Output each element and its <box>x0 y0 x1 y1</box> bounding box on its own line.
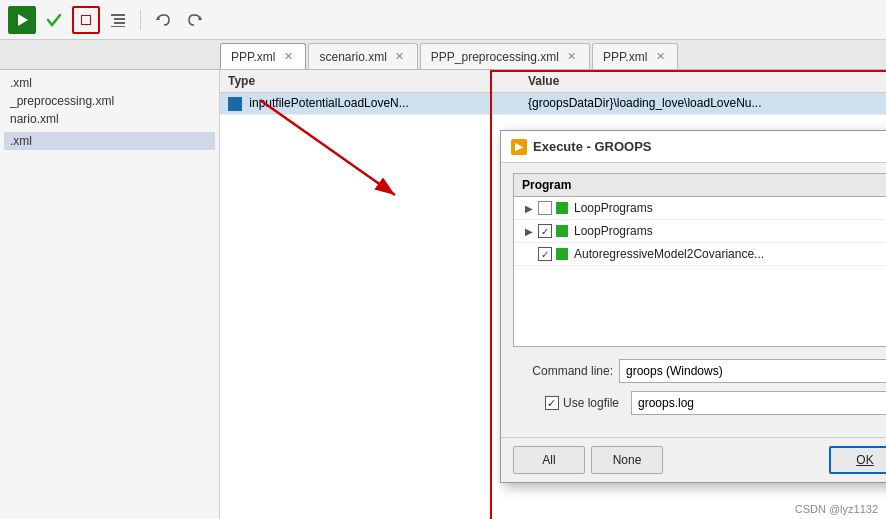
toolbar <box>0 0 886 40</box>
svg-marker-0 <box>18 14 28 26</box>
stop-button[interactable] <box>72 6 100 34</box>
logfile-checkbox-wrapper: ✓ Use logfile <box>513 396 619 410</box>
cmdline-row: Command line: groops (Windows) ▾ ⚙ <box>513 359 886 383</box>
dialog-content: Program Comment ▶ □ LoopPrograms Preproc… <box>501 163 886 437</box>
tab-close-ppp2[interactable]: ✕ <box>653 50 667 64</box>
cmdline-label: Command line: <box>513 364 613 378</box>
logfile-checkbox[interactable]: ✓ <box>545 396 559 410</box>
indent-button[interactable] <box>104 6 132 34</box>
ok-label: OK <box>856 453 873 467</box>
programs-empty-area <box>514 266 886 346</box>
tab-ppp-pre[interactable]: PPP_preprocessing.xml ✕ <box>420 43 590 69</box>
tab-close-ppp1[interactable]: ✕ <box>281 50 295 64</box>
prog-col-name-header: Program <box>522 178 886 192</box>
tab-ppp2[interactable]: PPP.xml ✕ <box>592 43 678 69</box>
logfile-input[interactable] <box>631 391 886 415</box>
sidebar-item-0[interactable]: .xml <box>4 74 215 92</box>
table-header: Type Value <box>220 70 886 93</box>
sidebar-item-1[interactable]: _preprocessing.xml <box>4 92 215 110</box>
none-button[interactable]: None <box>591 446 663 474</box>
check-button[interactable] <box>40 6 68 34</box>
all-label: All <box>542 453 555 467</box>
cmdline-select-wrapper: groops (Windows) ▾ <box>619 359 886 383</box>
prog-name-1: LoopPrograms <box>574 224 886 238</box>
col-type-header: Type <box>228 74 528 88</box>
checkbox-0[interactable]: □ <box>538 201 552 215</box>
expand-icon-0[interactable]: ▶ <box>522 201 536 215</box>
prog-name-2: AutoregressiveModel2Covariance... <box>574 247 886 261</box>
sidebar-item-2[interactable]: nario.xml <box>4 110 215 128</box>
prog-green-sq-1 <box>556 225 568 237</box>
logfile-label: Use logfile <box>563 396 619 410</box>
dialog-title-icon: ▶ <box>511 139 527 155</box>
execute-dialog: ▶ Execute - GROOPS ? ✕ Program Comment <box>500 130 886 483</box>
tab-label: scenario.xml <box>319 50 386 64</box>
sidebar: .xml _preprocessing.xml nario.xml .xml <box>0 70 220 519</box>
programs-header: Program Comment <box>514 174 886 197</box>
tab-label: PPP_preprocessing.xml <box>431 50 559 64</box>
logfile-row: ✓ Use logfile <box>513 391 886 415</box>
prog-green-sq-2 <box>556 248 568 260</box>
tab-label: PPP.xml <box>231 50 275 64</box>
checkbox-1[interactable]: ✓ <box>538 224 552 238</box>
tab-close-scenario[interactable]: ✕ <box>393 50 407 64</box>
redo-button[interactable] <box>181 6 209 34</box>
main-area: .xml _preprocessing.xml nario.xml .xml T… <box>0 70 886 519</box>
editor-area: Type Value inputfilePotentialLoadLoveN..… <box>220 70 886 519</box>
footer-left-buttons: All None <box>513 446 823 474</box>
none-label: None <box>613 453 642 467</box>
tab-bar: PPP.xml ✕ scenario.xml ✕ PPP_preprocessi… <box>0 40 886 70</box>
dialog-title: ▶ Execute - GROOPS <box>511 139 651 155</box>
row-type: inputfilePotentialLoadLoveN... <box>228 96 528 111</box>
col-value-header: Value <box>528 74 878 88</box>
expand-spacer-2 <box>522 247 536 261</box>
ok-button[interactable]: OK <box>829 446 886 474</box>
expand-icon-1[interactable]: ▶ <box>522 224 536 238</box>
prog-green-sq-0 <box>556 202 568 214</box>
all-button[interactable]: All <box>513 446 585 474</box>
prog-row-2[interactable]: ✓ AutoregressiveModel2Covariance... <box>514 243 886 266</box>
checkbox-2[interactable]: ✓ <box>538 247 552 261</box>
row-value: {groopsDataDir}\loading_love\loadLoveNu.… <box>528 96 878 111</box>
prog-name-0: LoopPrograms <box>574 201 886 215</box>
prog-row-0[interactable]: ▶ □ LoopPrograms Preprocessing <box>514 197 886 220</box>
programs-table: Program Comment ▶ □ LoopPrograms Preproc… <box>513 173 886 347</box>
sidebar-item-4[interactable]: .xml <box>4 132 215 150</box>
cmdline-select[interactable]: groops (Windows) <box>619 359 886 383</box>
dialog-titlebar: ▶ Execute - GROOPS ? ✕ <box>501 131 886 163</box>
dialog-footer: All None OK Cancel Apply <box>501 437 886 482</box>
toolbar-separator <box>140 10 141 30</box>
tab-scenario[interactable]: scenario.xml ✕ <box>308 43 417 69</box>
tab-ppp1[interactable]: PPP.xml ✕ <box>220 43 306 69</box>
prog-row-1[interactable]: ▶ ✓ LoopPrograms PPP <box>514 220 886 243</box>
table-row[interactable]: inputfilePotentialLoadLoveN... {groopsDa… <box>220 93 886 115</box>
tab-close-ppp-pre[interactable]: ✕ <box>565 50 579 64</box>
undo-button[interactable] <box>149 6 177 34</box>
tab-label: PPP.xml <box>603 50 647 64</box>
play-button[interactable] <box>8 6 36 34</box>
dialog-title-text: Execute - GROOPS <box>533 139 651 154</box>
